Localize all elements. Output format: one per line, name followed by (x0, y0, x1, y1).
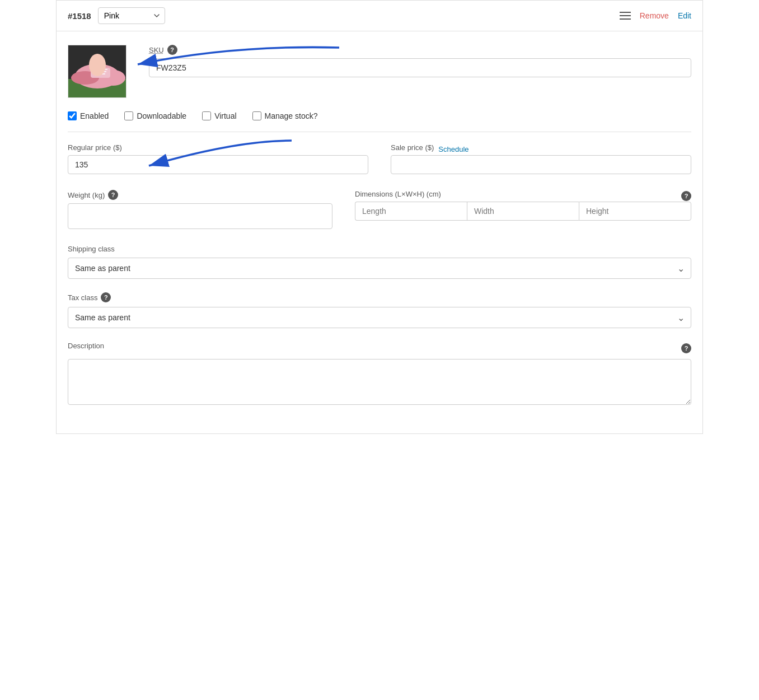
virtual-checkbox-item[interactable]: Virtual (202, 111, 236, 120)
image-area (68, 45, 127, 98)
description-label-row: Description ? (68, 342, 691, 354)
header-right: Remove Edit (620, 11, 691, 20)
virtual-checkbox[interactable] (202, 111, 211, 120)
header-left: #1518 Pink Blue Red Green (68, 7, 165, 24)
product-image[interactable] (68, 45, 127, 98)
remove-button[interactable]: Remove (640, 11, 669, 20)
weight-help-icon[interactable]: ? (108, 190, 118, 200)
weight-field: Weight (kg) ? (68, 190, 332, 229)
color-select[interactable]: Pink Blue Red Green (98, 7, 165, 24)
downloadable-label: Downloadable (137, 111, 186, 120)
length-input[interactable] (355, 202, 467, 221)
shipping-label: Shipping class (68, 245, 691, 253)
color-select-wrapper: Pink Blue Red Green (98, 7, 165, 24)
width-input[interactable] (467, 202, 579, 221)
dimensions-field: Dimensions (L×W×H) (cm) ? (355, 190, 691, 229)
regular-price-input[interactable] (68, 155, 368, 174)
enabled-checkbox-item[interactable]: Enabled (68, 111, 109, 120)
dimensions-help-icon[interactable]: ? (681, 191, 691, 201)
variation-container: #1518 Pink Blue Red Green Remove Edit (56, 0, 703, 434)
shipping-select[interactable]: Same as parent No shipping class (68, 258, 691, 279)
checkboxes-row: Enabled Downloadable Virtual Manage stoc… (68, 111, 691, 132)
manage-stock-checkbox[interactable] (252, 111, 261, 120)
shipping-section: Shipping class Same as parent No shippin… (68, 245, 691, 279)
tax-select[interactable]: Same as parent Standard Reduced rate Zer… (68, 307, 691, 328)
variation-header: #1518 Pink Blue Red Green Remove Edit (57, 1, 702, 31)
sale-price-input[interactable] (391, 155, 691, 174)
manage-stock-label: Manage stock? (265, 111, 318, 120)
tax-label: Tax class (68, 293, 97, 302)
enabled-checkbox[interactable] (68, 111, 77, 120)
weight-dims-section: Weight (kg) ? Dimensions (L×W×H) (cm) ? (68, 190, 691, 229)
sku-label: SKU ? (149, 45, 691, 55)
sku-help-icon[interactable]: ? (167, 45, 177, 55)
tax-select-wrapper: Same as parent Standard Reduced rate Zer… (68, 307, 691, 328)
weight-label-row: Weight (kg) ? (68, 190, 332, 200)
dimensions-inputs (355, 202, 691, 221)
tax-section: Tax class ? Same as parent Standard Redu… (68, 292, 691, 328)
sale-price-label-row: Sale price ($) Schedule (391, 143, 691, 155)
variation-id: #1518 (68, 11, 91, 21)
sale-price-field: Sale price ($) Schedule (391, 143, 691, 174)
description-help-icon[interactable]: ? (681, 343, 691, 353)
top-section: SKU ? (68, 45, 691, 98)
edit-button[interactable]: Edit (678, 11, 691, 20)
menu-icon[interactable] (620, 12, 631, 20)
svg-point-9 (89, 54, 106, 76)
prices-section: Regular price ($) Sale price ($) Schedul… (68, 143, 691, 174)
downloadable-checkbox-item[interactable]: Downloadable (124, 111, 186, 120)
dimensions-label-row: Dimensions (L×W×H) (cm) ? (355, 190, 691, 202)
manage-stock-checkbox-item[interactable]: Manage stock? (252, 111, 318, 120)
shipping-select-wrapper: Same as parent No shipping class ⌄ (68, 258, 691, 279)
regular-price-label: Regular price ($) (68, 143, 368, 152)
description-section: Description ? (68, 342, 691, 407)
weight-input[interactable] (68, 203, 332, 229)
weight-label: Weight (kg) (68, 191, 105, 199)
enabled-label: Enabled (80, 111, 109, 120)
main-content: SKU ? Enabled Downloadable Virtual (57, 31, 702, 433)
tax-help-icon[interactable]: ? (101, 292, 111, 302)
sku-label-text: SKU (149, 46, 164, 54)
description-label: Description (68, 342, 104, 350)
dimensions-label: Dimensions (L×W×H) (cm) (355, 190, 441, 198)
regular-price-field: Regular price ($) (68, 143, 368, 174)
tax-label-row: Tax class ? (68, 292, 691, 302)
downloadable-checkbox[interactable] (124, 111, 133, 120)
sku-section: SKU ? (149, 45, 691, 77)
sku-input[interactable] (149, 58, 691, 77)
virtual-label: Virtual (214, 111, 236, 120)
schedule-link[interactable]: Schedule (438, 145, 468, 153)
description-textarea[interactable] (68, 359, 691, 405)
height-input[interactable] (579, 202, 691, 221)
sale-price-label: Sale price ($) (391, 143, 434, 152)
